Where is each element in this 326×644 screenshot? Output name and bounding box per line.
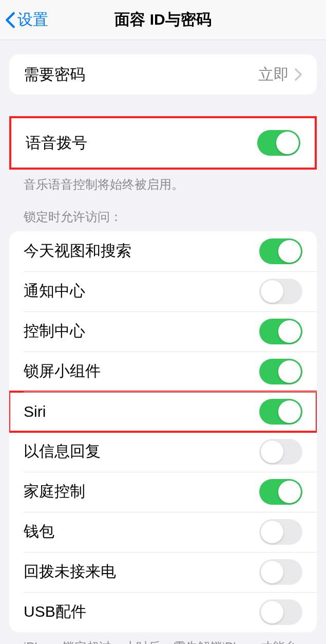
require-passcode-value: 立即: [258, 64, 289, 85]
chevron-left-icon: [5, 11, 15, 29]
lock-access-group: 今天视图和搜索通知中心控制中心锁屏小组件Siri以信息回复家庭控制钱包回拨未接来…: [9, 231, 317, 632]
lock-access-row: 家庭控制: [9, 472, 317, 512]
lock-access-header: 锁定时允许访问：: [9, 209, 317, 231]
voice-dial-toggle[interactable]: [257, 130, 300, 156]
lock-access-toggle[interactable]: [259, 479, 302, 505]
voice-dial-row: 语音拨号: [11, 118, 315, 168]
voice-dial-footer: 音乐语音控制将始终被启用。: [9, 170, 317, 193]
lock-access-row: USB配件: [9, 592, 317, 632]
lock-access-toggle[interactable]: [259, 519, 302, 545]
lock-access-toggle[interactable]: [259, 238, 302, 264]
lock-access-footer: iPhone锁定超过一小时后，需先解锁iPhone才能允许USB配件连接。: [9, 632, 317, 644]
lock-access-row: 以信息回复: [9, 432, 317, 472]
lock-access-row: 钱包: [9, 512, 317, 552]
lock-access-label: 今天视图和搜索: [24, 241, 131, 262]
voice-dial-label: 语音拨号: [26, 133, 87, 154]
lock-access-label: 控制中心: [24, 321, 85, 342]
lock-access-row: 通知中心: [9, 271, 317, 311]
lock-access-row: 控制中心: [9, 311, 317, 352]
require-passcode-label: 需要密码: [24, 64, 85, 85]
voice-dial-group: 语音拨号: [9, 116, 317, 170]
lock-access-toggle[interactable]: [259, 319, 302, 344]
lock-access-toggle[interactable]: [259, 599, 302, 625]
lock-access-label: 家庭控制: [24, 481, 85, 502]
lock-access-toggle[interactable]: [259, 279, 302, 304]
lock-access-row: 锁屏小组件: [9, 352, 317, 392]
page-title: 面容 ID与密码: [0, 9, 326, 30]
lock-access-label: USB配件: [24, 601, 86, 622]
back-label: 设置: [17, 9, 48, 30]
lock-access-toggle[interactable]: [259, 439, 302, 465]
lock-access-toggle[interactable]: [259, 359, 302, 384]
lock-access-label: 回拨未接来电: [24, 561, 116, 582]
lock-access-toggle[interactable]: [259, 559, 302, 585]
lock-access-label: 通知中心: [24, 281, 85, 302]
lock-access-row: Siri: [9, 392, 317, 432]
lock-access-row: 今天视图和搜索: [9, 231, 317, 271]
back-button[interactable]: 设置: [5, 9, 48, 30]
require-passcode-row[interactable]: 需要密码 立即: [9, 54, 317, 95]
lock-access-label: 锁屏小组件: [24, 361, 101, 382]
require-passcode-group: 需要密码 立即: [9, 54, 317, 95]
lock-access-toggle[interactable]: [259, 399, 302, 425]
lock-access-row: 回拨未接来电: [9, 552, 317, 592]
lock-access-label: Siri: [24, 403, 46, 420]
navigation-bar: 设置 面容 ID与密码: [0, 0, 326, 40]
lock-access-label: 钱包: [24, 521, 54, 542]
chevron-right-icon: [294, 68, 302, 81]
lock-access-label: 以信息回复: [24, 441, 101, 462]
